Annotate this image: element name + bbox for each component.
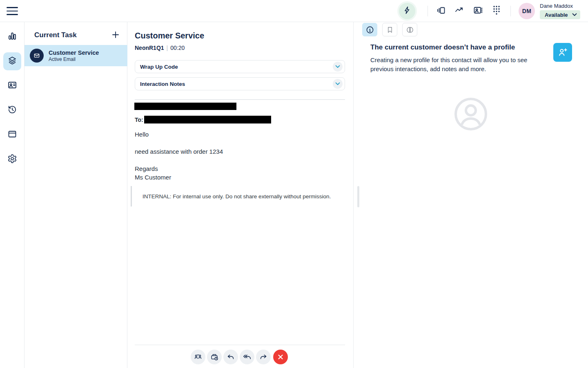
interaction-timer: 00:20 xyxy=(170,45,185,51)
task-item-title: Customer Service xyxy=(49,49,99,56)
profile-placeholder-icon xyxy=(454,97,488,133)
directory-button[interactable] xyxy=(472,5,483,17)
task-list-item[interactable]: Customer Service Active Email xyxy=(24,45,127,66)
dialpad-button[interactable] xyxy=(491,5,502,17)
no-profile-heading: The current customer doesn’t have a prof… xyxy=(370,43,515,52)
tab-agent-assist[interactable] xyxy=(402,23,417,36)
to-label: To: xyxy=(135,117,143,123)
tab-profile-info[interactable] xyxy=(362,23,377,36)
layers-icon xyxy=(7,56,17,67)
task-item-subtitle: Active Email xyxy=(49,56,99,63)
rail-item-tasks[interactable] xyxy=(3,52,21,70)
user-avatar[interactable]: DM xyxy=(519,3,535,19)
scrollbar-thumb[interactable] xyxy=(357,186,359,207)
add-person-icon xyxy=(557,47,568,58)
avatar-initials: DM xyxy=(522,8,531,14)
wrap-up-code-label: Wrap Up Code xyxy=(140,64,178,70)
redacted-subject xyxy=(134,103,236,110)
browser-window-icon xyxy=(7,129,17,141)
reply-button[interactable] xyxy=(223,350,238,364)
subtitle-separator: | xyxy=(164,45,171,51)
transfer-people-icon xyxy=(194,352,203,361)
redacted-recipient xyxy=(144,116,271,123)
tab-bookmarks[interactable] xyxy=(382,23,397,36)
rail-item-apps[interactable] xyxy=(3,126,21,144)
interaction-subtitle: NeonR1Q1|00:20 xyxy=(135,45,185,51)
internal-note-text: INTERNAL: For internal use only. Do not … xyxy=(143,193,331,200)
task-panel-title: Current Task xyxy=(34,31,77,39)
customer-profile-panel: The current customer doesn’t have a prof… xyxy=(354,22,588,368)
bookmark-icon xyxy=(386,26,394,34)
interaction-title: Customer Service xyxy=(135,31,204,40)
topbar-divider xyxy=(510,6,511,16)
left-navigation-rail xyxy=(0,22,24,368)
plus-icon xyxy=(111,31,120,39)
top-bar: DM Dane Maddox Available xyxy=(0,0,588,22)
history-icon xyxy=(7,105,17,116)
lightning-icon xyxy=(403,6,412,16)
chevron-down-icon xyxy=(333,62,343,72)
no-profile-description: Creating a new profile for this contact … xyxy=(370,56,539,74)
interaction-panel: Customer Service NeonR1Q1|00:20 Wrap Up … xyxy=(127,22,354,368)
quick-actions-button[interactable] xyxy=(399,3,415,19)
email-greeting: Hello xyxy=(135,131,149,138)
close-icon xyxy=(277,354,284,360)
interaction-notes-accordion[interactable]: Interaction Notes xyxy=(135,77,345,90)
reply-all-icon xyxy=(243,352,252,361)
add-task-button[interactable] xyxy=(111,30,120,40)
chevron-down-icon xyxy=(572,13,577,16)
chevron-down-icon xyxy=(333,79,343,89)
forward-button[interactable] xyxy=(256,350,271,364)
info-icon xyxy=(365,25,374,34)
create-profile-button[interactable] xyxy=(553,43,572,62)
internal-note-block: INTERNAL: For internal use only. Do not … xyxy=(131,186,351,206)
rail-item-contacts[interactable] xyxy=(3,77,21,95)
contact-card-icon xyxy=(473,5,483,17)
toolbar-divider xyxy=(135,345,345,345)
brain-icon xyxy=(406,26,414,34)
topbar-divider xyxy=(428,6,428,16)
status-selector[interactable]: Available xyxy=(540,10,580,19)
gear-icon xyxy=(7,154,17,165)
rail-item-settings[interactable] xyxy=(3,150,21,168)
email-channel-badge xyxy=(30,49,44,63)
envelope-icon xyxy=(33,52,40,59)
email-divider xyxy=(135,99,345,100)
forward-icon xyxy=(259,352,268,361)
park-email-icon xyxy=(210,352,219,361)
reply-icon xyxy=(226,352,235,361)
interactions-panel-button[interactable] xyxy=(435,5,447,17)
bar-chart-icon xyxy=(7,31,17,43)
line-chart-icon xyxy=(454,5,464,17)
email-signoff: Regards xyxy=(135,165,158,172)
status-label: Available xyxy=(545,12,568,18)
queue-name: NeonR1Q1 xyxy=(135,45,164,51)
transfer-button[interactable] xyxy=(191,350,205,364)
hamburger-menu-icon[interactable] xyxy=(7,6,18,16)
current-task-panel: Current Task Customer Service Active Ema… xyxy=(24,22,127,368)
disconnect-button[interactable] xyxy=(273,350,288,364)
interaction-notes-label: Interaction Notes xyxy=(140,81,185,87)
reply-all-button[interactable] xyxy=(240,350,254,364)
rail-item-history[interactable] xyxy=(3,101,21,119)
email-body-line: need assistance with order 1234 xyxy=(135,148,223,155)
user-name: Dane Maddox xyxy=(540,3,573,9)
contact-card-icon xyxy=(7,80,17,92)
wrap-up-code-accordion[interactable]: Wrap Up Code xyxy=(135,60,345,73)
park-email-button[interactable] xyxy=(207,350,222,364)
email-sender: Ms Customer xyxy=(135,174,171,181)
side-panels-icon xyxy=(436,5,446,17)
dialpad-icon xyxy=(492,5,501,17)
performance-button[interactable] xyxy=(453,5,465,17)
rail-item-analytics[interactable] xyxy=(3,28,21,46)
